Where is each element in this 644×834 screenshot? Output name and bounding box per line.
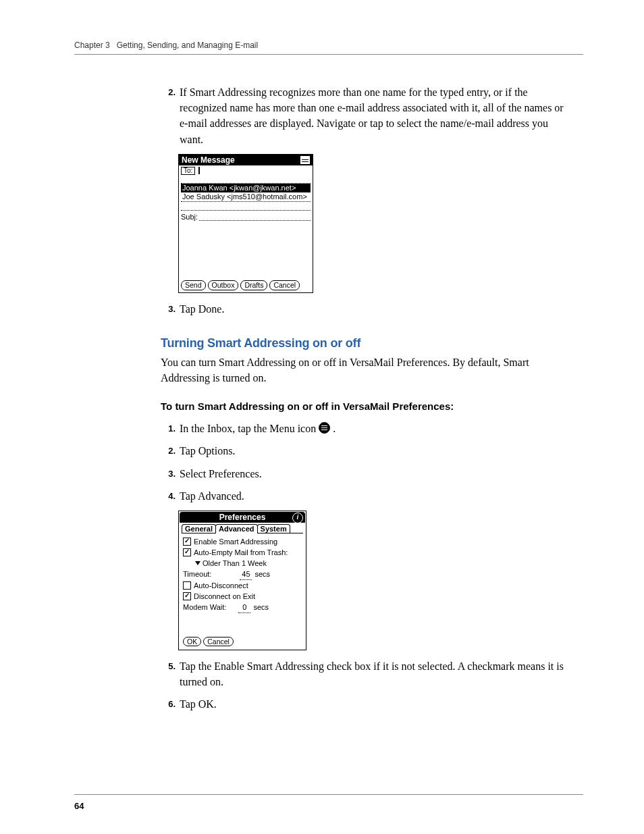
menu-icon <box>319 422 330 434</box>
proc-step-3: 3. Select Preferences. <box>161 466 572 481</box>
opt-label: Older Than 1 Week <box>203 558 267 569</box>
step-number: 2. <box>161 84 176 147</box>
send-button[interactable]: Send <box>181 280 206 290</box>
checkbox-unchecked-icon[interactable] <box>183 581 191 590</box>
running-header: Chapter 3 Getting, Sending, and Managing… <box>74 41 583 55</box>
opt-label: Auto-Empty Mail from Trash: <box>194 547 288 558</box>
message-body-area[interactable] <box>181 221 311 276</box>
opt-modem-wait: Modem Wait: 0 secs <box>183 602 302 613</box>
step-number: 1. <box>161 421 176 436</box>
step-body: In the Inbox, tap the Menu icon . <box>180 421 572 436</box>
text-cursor <box>198 167 200 174</box>
secs-label: secs <box>253 602 269 613</box>
prefs-tabs: General Advanced System <box>180 523 305 533</box>
cancel-button[interactable]: Cancel <box>269 280 300 290</box>
opt-enable-smart[interactable]: Enable Smart Addressing <box>183 536 302 547</box>
drafts-button[interactable]: Drafts <box>240 280 267 290</box>
step-body: Tap Options. <box>180 443 572 459</box>
cancel-button[interactable]: Cancel <box>203 637 234 646</box>
task-heading: To turn Smart Addressing on or off in Ve… <box>161 399 572 414</box>
chapter-title: Getting, Sending, and Managing E-mail <box>117 41 258 50</box>
subject-field[interactable] <box>199 213 311 221</box>
prefs-title: Preferences <box>219 513 266 522</box>
menu-dropdown-icon[interactable] <box>300 156 310 164</box>
opt-auto-disconnect[interactable]: Auto-Disconnect <box>183 580 302 591</box>
screenshot-preferences: Preferences i General Advanced System En… <box>178 511 306 650</box>
section-para: You can turn Smart Addressing on or off … <box>161 355 572 386</box>
prefs-button-row: OK Cancel <box>180 635 305 649</box>
prefs-form: Enable Smart Addressing Auto-Empty Mail … <box>180 534 305 635</box>
proc-step-5: 5. Tap the Enable Smart Addressing check… <box>161 658 572 689</box>
step-body: Tap OK. <box>180 696 572 712</box>
step-body: Tap Advanced. <box>180 488 572 504</box>
to-field-line[interactable] <box>181 175 311 184</box>
step-body: Select Preferences. <box>180 466 572 481</box>
proc-step-4: 4. Tap Advanced. <box>161 488 572 504</box>
ok-button[interactable]: OK <box>183 637 201 646</box>
section-heading: Turning Smart Addressing on or off <box>161 334 572 352</box>
page-number: 64 <box>74 801 84 811</box>
step-number: 6. <box>161 696 176 712</box>
opt-disconnect-exit[interactable]: Disconnect on Exit <box>183 591 302 602</box>
checkbox-checked-icon[interactable] <box>183 592 191 600</box>
opt-older-than[interactable]: Older Than 1 Week <box>195 558 302 569</box>
step-body: Tap the Enable Smart Addressing check bo… <box>180 658 572 689</box>
secs-label: secs <box>254 569 270 579</box>
opt-timeout: Timeout: 45 secs <box>183 569 302 580</box>
palm-title: New Message <box>182 156 235 164</box>
autocomplete-option-selected[interactable]: Joanna Kwan <jkwan@jkwan.net> <box>181 184 311 192</box>
proc-step-1: 1. In the Inbox, tap the Menu icon . <box>161 421 572 436</box>
proc-step-2: 2. Tap Options. <box>161 443 572 459</box>
dropdown-triangle-icon[interactable] <box>195 561 200 565</box>
footer-rule <box>74 794 583 795</box>
opt-label: Auto-Disconnect <box>194 580 248 591</box>
step-text-a: In the Inbox, tap the Menu icon <box>180 423 319 434</box>
prefs-titlebar: Preferences i <box>180 512 305 523</box>
step-body: If Smart Addressing recognizes more than… <box>180 84 572 147</box>
step-number: 4. <box>161 488 176 504</box>
chapter-label: Chapter 3 <box>74 41 110 50</box>
timeout-label: Timeout: <box>183 569 211 579</box>
screenshot-new-message: New Message To: Joanna Kwan <jkwan@jkwan… <box>178 154 313 293</box>
to-row: To: <box>181 165 311 176</box>
step-body: Tap Done. <box>180 301 572 317</box>
step-number: 5. <box>161 658 176 689</box>
step-2: 2. If Smart Addressing recognizes more t… <box>161 84 572 147</box>
step-number: 3. <box>161 301 176 317</box>
modem-label: Modem Wait: <box>183 602 226 613</box>
autocomplete-option[interactable]: Joe Sadusky <jms510@hotmail.com> <box>181 192 311 202</box>
timeout-value[interactable]: 45 <box>240 569 252 580</box>
info-icon[interactable]: i <box>292 513 303 523</box>
opt-label: Disconnect on Exit <box>194 591 255 602</box>
step-text-b: . <box>330 423 336 434</box>
proc-step-6: 6. Tap OK. <box>161 696 572 712</box>
tab-system[interactable]: System <box>257 524 290 533</box>
opt-auto-empty[interactable]: Auto-Empty Mail from Trash: <box>183 547 302 558</box>
checkbox-checked-icon[interactable] <box>183 548 191 556</box>
to-label[interactable]: To: <box>181 167 195 175</box>
step-number: 2. <box>161 443 176 459</box>
subject-label: Subj: <box>181 213 198 221</box>
field-line[interactable] <box>181 202 311 211</box>
outbox-button[interactable]: Outbox <box>208 280 239 290</box>
opt-label: Enable Smart Addressing <box>194 536 277 547</box>
button-row: Send Outbox Drafts Cancel <box>179 279 313 292</box>
checkbox-checked-icon[interactable] <box>183 538 191 546</box>
palm-titlebar: New Message <box>179 155 313 165</box>
step-number: 3. <box>161 466 176 481</box>
tab-general[interactable]: General <box>182 524 216 533</box>
modem-value[interactable]: 0 <box>238 602 250 613</box>
tab-advanced[interactable]: Advanced <box>215 524 258 533</box>
step-3: 3. Tap Done. <box>161 301 572 317</box>
main-content: 2. If Smart Addressing recognizes more t… <box>161 84 572 712</box>
